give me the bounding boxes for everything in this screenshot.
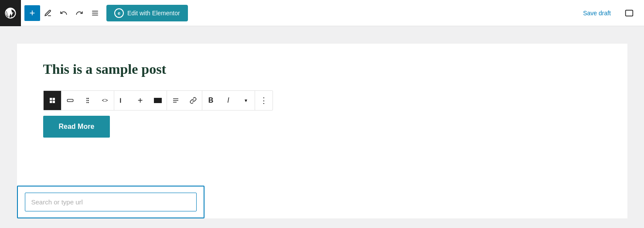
add-block-button[interactable]: +: [24, 5, 40, 21]
svg-point-9: [86, 98, 87, 99]
toolbar-right: Save draft: [578, 5, 637, 21]
drag-handle-button[interactable]: [79, 91, 96, 110]
svg-rect-4: [50, 98, 52, 100]
svg-rect-8: [67, 99, 73, 101]
wp-logo[interactable]: [0, 0, 21, 26]
save-draft-button[interactable]: Save draft: [578, 6, 616, 20]
svg-point-13: [86, 102, 87, 103]
svg-rect-16: [154, 98, 162, 103]
align-left-button[interactable]: [114, 91, 132, 110]
url-popup: [17, 186, 204, 218]
svg-rect-7: [52, 101, 55, 103]
more-options-group: ⋮: [255, 91, 273, 110]
read-more-button[interactable]: Read More: [43, 116, 110, 138]
svg-point-12: [88, 100, 89, 101]
align-text-button[interactable]: [167, 91, 184, 110]
block-toolbar: <> +: [43, 90, 273, 111]
svg-rect-15: [120, 98, 121, 103]
top-toolbar: + e Edit with Elementor Save draft: [0, 0, 644, 26]
block-type-group: [44, 91, 61, 110]
content-area: This is a sample post: [0, 26, 644, 228]
button-block-icon[interactable]: [61, 91, 79, 110]
list-view-button[interactable]: [87, 5, 103, 21]
preview-button[interactable]: [621, 5, 637, 21]
editor-canvas: This is a sample post: [17, 44, 627, 218]
svg-rect-6: [50, 101, 52, 103]
bold-italic-group: B I ▾: [202, 91, 255, 110]
svg-point-10: [88, 98, 89, 99]
svg-rect-5: [52, 98, 55, 100]
italic-button[interactable]: I: [220, 91, 237, 110]
tools-button[interactable]: [40, 5, 56, 21]
bold-button[interactable]: B: [202, 91, 220, 110]
add-inner-block-button[interactable]: +: [132, 91, 149, 110]
post-title[interactable]: This is a sample post: [43, 61, 601, 77]
svg-rect-3: [626, 10, 633, 16]
text-format-group: [167, 91, 202, 110]
edit-elementor-button[interactable]: e Edit with Elementor: [106, 5, 188, 21]
svg-point-14: [88, 102, 89, 103]
elementor-icon: e: [114, 8, 124, 18]
code-view-button[interactable]: <>: [96, 91, 114, 110]
url-search-input[interactable]: [25, 193, 197, 211]
more-rich-text-button[interactable]: ▾: [237, 91, 255, 110]
block-options-group: <>: [61, 91, 114, 110]
options-button[interactable]: ⋮: [255, 91, 273, 110]
block-type-button[interactable]: [44, 91, 61, 110]
svg-point-11: [86, 100, 87, 101]
undo-button[interactable]: [56, 5, 72, 21]
wide-align-button[interactable]: [149, 91, 167, 110]
alignment-group: +: [114, 91, 167, 110]
redo-button[interactable]: [72, 5, 87, 21]
link-button[interactable]: [184, 91, 202, 110]
